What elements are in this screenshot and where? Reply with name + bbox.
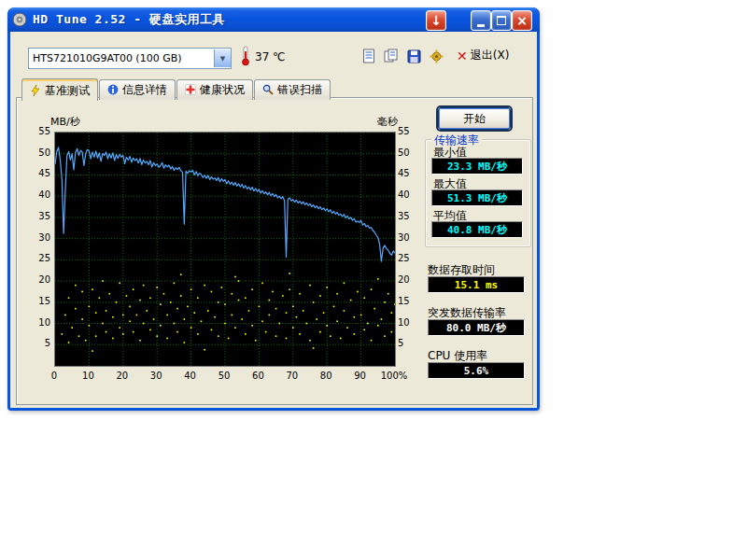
avg-value: 40.8 MB/秒 <box>447 223 507 237</box>
exit-x-icon: ✕ <box>457 49 468 63</box>
benchmark-panel: MB/秒 毫秒 55555050454540403535303025252020… <box>16 97 533 405</box>
left-axis-label: MB/秒 <box>50 115 80 129</box>
x-tick-label: 20 <box>106 371 138 381</box>
copy-text-button[interactable] <box>359 47 378 65</box>
access-time-value-box: 15.1 ms <box>428 276 525 293</box>
y-tick-label: 20 <box>398 274 424 285</box>
y-tick-label: 25 <box>24 253 50 263</box>
client-area: HTS721010G9AT00 (100 GB) ▼ 37 ℃ <box>10 32 537 408</box>
download-button[interactable]: ↓ <box>426 10 446 31</box>
benchmark-icon <box>30 85 41 96</box>
options-button[interactable] <box>427 47 445 65</box>
start-button-label: 开始 <box>463 111 486 127</box>
y-tick-label: 30 <box>24 232 50 243</box>
thermometer-icon <box>241 46 250 66</box>
y-tick-label: 50 <box>398 147 424 158</box>
x-tick-label: 40 <box>175 371 206 381</box>
x-tick-label: 70 <box>276 371 308 381</box>
y-tick-label: 45 <box>24 168 50 178</box>
drive-select[interactable]: HTS721010G9AT00 (100 GB) ▼ <box>28 48 232 69</box>
y-tick-label: 40 <box>24 189 50 200</box>
x-tick-label: 90 <box>345 371 376 381</box>
access-time-value: 15.1 ms <box>455 279 498 291</box>
y-tick-label: 15 <box>24 296 50 306</box>
hdtune-window: HD Tune 2.52 - 硬盘实用工具 ↓ × HTS721010G9AT0… <box>7 7 540 411</box>
min-value: 23.3 MB/秒 <box>447 160 507 174</box>
desktop: HD Tune 2.52 - 硬盘实用工具 ↓ × HTS721010G9AT0… <box>0 0 747 560</box>
minimize-icon <box>477 24 485 27</box>
y-tick-label: 35 <box>24 211 50 221</box>
y-tick-label: 35 <box>398 211 424 221</box>
tab-health[interactable]: 健康状况 <box>176 79 253 100</box>
minimize-button[interactable] <box>471 10 491 31</box>
x-tick-label: 10 <box>72 371 104 381</box>
save-icon <box>407 49 421 63</box>
save-screenshot-button[interactable] <box>404 47 423 65</box>
min-value-box: 23.3 MB/秒 <box>431 158 523 175</box>
x-tick-label: 50 <box>208 371 240 381</box>
tab-strip: 基准测试 信息详情 健康状况 <box>21 78 331 100</box>
start-button[interactable]: 开始 <box>438 107 511 130</box>
x-tick-label: 80 <box>310 371 342 381</box>
y-tick-label: 55 <box>398 126 424 136</box>
tab-info-label: 信息详情 <box>122 82 167 98</box>
info-icon <box>107 84 119 95</box>
y-tick-label: 30 <box>398 232 424 243</box>
tab-benchmark-label: 基准测试 <box>45 83 90 99</box>
right-axis-label: 毫秒 <box>377 115 398 129</box>
tab-benchmark[interactable]: 基准测试 <box>21 78 98 101</box>
x-tick-label: 0 <box>38 371 70 381</box>
tab-info[interactable]: 信息详情 <box>99 79 176 100</box>
y-tick-label: 5 <box>24 338 50 348</box>
exit-label: 退出(X) <box>471 48 510 63</box>
temperature-label: 37 ℃ <box>255 50 286 63</box>
y-tick-label: 10 <box>24 317 50 328</box>
down-arrow-icon: ↓ <box>430 13 442 28</box>
avg-value-box: 40.8 MB/秒 <box>431 221 523 238</box>
y-tick-label: 15 <box>398 296 424 306</box>
x-tick-label: 100% <box>378 371 410 381</box>
tab-error-scan-label: 错误扫描 <box>277 82 322 98</box>
window-title: HD Tune 2.52 - 硬盘实用工具 <box>33 11 225 28</box>
benchmark-plot <box>54 132 396 367</box>
y-tick-label: 55 <box>24 126 50 136</box>
y-tick-label: 5 <box>398 338 424 348</box>
exit-button[interactable]: ✕ 退出(X) <box>457 48 509 63</box>
health-icon <box>185 84 196 95</box>
x-tick-label: 60 <box>242 371 274 381</box>
y-tick-label: 50 <box>24 147 50 158</box>
chart-area: MB/秒 毫秒 55555050454540403535303025252020… <box>17 98 424 397</box>
cpu-usage-value-box: 5.6% <box>428 362 525 379</box>
maximize-icon <box>497 16 506 25</box>
y-tick-label: 40 <box>398 189 424 200</box>
x-tick-label: 30 <box>140 371 172 381</box>
copy-image-icon <box>384 49 399 63</box>
chevron-down-icon[interactable]: ▼ <box>214 49 231 67</box>
gear-icon <box>430 49 444 63</box>
burst-rate-value-box: 80.0 MB/秒 <box>428 319 525 336</box>
tab-health-label: 健康状况 <box>200 82 245 98</box>
scan-icon <box>262 84 274 95</box>
burst-rate-value: 80.0 MB/秒 <box>446 321 506 335</box>
maximize-button[interactable] <box>491 10 512 31</box>
hdtune-app-icon <box>12 12 27 27</box>
transfer-rate-group: 传输速率 最小值 23.3 MB/秒 最大值 51.3 MB/秒 平均值 40.… <box>425 139 531 247</box>
title-bar[interactable]: HD Tune 2.52 - 硬盘实用工具 ↓ × <box>7 7 540 32</box>
y-tick-label: 10 <box>398 317 424 328</box>
y-tick-label: 45 <box>398 168 424 178</box>
close-icon: × <box>516 13 528 28</box>
y-tick-label: 20 <box>24 274 50 285</box>
max-value-box: 51.3 MB/秒 <box>431 189 523 206</box>
copy-image-button[interactable] <box>382 47 401 65</box>
copy-text-icon <box>362 49 375 63</box>
cpu-usage-value: 5.6% <box>464 365 489 377</box>
drive-select-value: HTS721010G9AT00 (100 GB) <box>29 52 214 64</box>
tab-error-scan[interactable]: 错误扫描 <box>254 79 331 100</box>
y-tick-label: 25 <box>398 253 424 263</box>
max-value: 51.3 MB/秒 <box>447 191 507 205</box>
close-button[interactable]: × <box>512 10 532 31</box>
